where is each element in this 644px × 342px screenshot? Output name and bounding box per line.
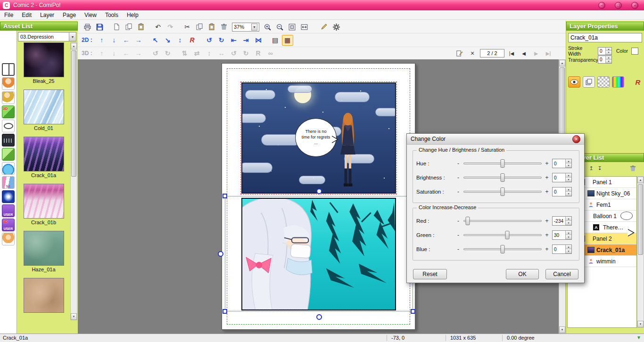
rotation-handle-top[interactable]	[316, 188, 322, 194]
pose-joint6-button[interactable]: ↻	[240, 48, 252, 59]
slider-thumb[interactable]	[501, 173, 505, 182]
delete-page-button[interactable]: ×	[467, 48, 478, 59]
blue-slider[interactable]	[463, 248, 542, 250]
stroke-width-stepper[interactable]: 0 ▲ ▼	[598, 47, 612, 55]
link-pose-button[interactable]: ∞	[265, 48, 276, 59]
menu-tools[interactable]: Tools	[101, 11, 123, 19]
asset-item[interactable]: Crack_01a	[17, 137, 70, 179]
asset-item[interactable]	[17, 278, 70, 320]
layer-list-scrollbar[interactable]: ▲ ▼	[637, 176, 644, 328]
save-button[interactable]	[94, 22, 105, 33]
scroll-down-icon[interactable]: ▼	[71, 313, 77, 320]
character-fem1[interactable]	[335, 112, 361, 187]
copy-button[interactable]	[194, 22, 205, 33]
layer-move-up-button[interactable]: ↥	[587, 164, 595, 172]
print-setup-button[interactable]	[135, 22, 147, 33]
pose-joint3-button[interactable]: ↕	[204, 48, 215, 59]
effect-drop-tool-icon[interactable]	[2, 162, 15, 175]
grid-snap-button[interactable]: ▦	[282, 35, 293, 46]
duplicate-page-button[interactable]	[123, 22, 134, 33]
fit-page-button[interactable]	[286, 22, 297, 33]
scroll-up-icon[interactable]: ▲	[71, 43, 77, 49]
move-down-3d-button[interactable]: ↓	[108, 48, 120, 59]
scale-downright-button[interactable]: ↘	[162, 35, 173, 46]
speech-balloon[interactable]: There is no time for regrets ...	[295, 118, 337, 157]
next-page-button[interactable]: ▶	[531, 48, 541, 59]
stroke-color-swatch[interactable]	[631, 48, 638, 55]
layer-name-input[interactable]	[568, 33, 642, 42]
list-view-button[interactable]: ▤	[270, 35, 281, 46]
move-up-button[interactable]: ↑	[96, 35, 107, 46]
character-face-tool-icon[interactable]	[2, 233, 15, 245]
stepper-down-icon[interactable]: ▼	[566, 178, 571, 182]
slider-thumb[interactable]	[501, 159, 505, 168]
asset-item[interactable]: Crack_01b	[17, 184, 70, 226]
asset-thumbnail[interactable]	[24, 184, 64, 219]
move-right-3d-button[interactable]: →	[133, 48, 144, 59]
rotate-cw-3d-button[interactable]: ↻	[162, 48, 173, 59]
hue-slider[interactable]	[463, 163, 542, 164]
pose-joint2-button[interactable]: ⇄	[191, 48, 203, 59]
stepper-down-icon[interactable]: ▼	[566, 163, 571, 168]
scroll-down-icon[interactable]: ▼	[559, 326, 565, 333]
asset-item[interactable]: Haze_01a	[17, 231, 70, 273]
menu-layer[interactable]: Layer	[36, 11, 58, 19]
stepper-up-icon[interactable]: ▲	[566, 159, 571, 163]
scale-vertical-button[interactable]: ↕	[174, 35, 186, 46]
saturation-stepper[interactable]: 0 ▲▼	[552, 187, 572, 196]
balloon-tool-icon[interactable]	[2, 120, 15, 132]
ok-button[interactable]: OK	[506, 269, 539, 279]
menu-help[interactable]: Help	[123, 11, 143, 19]
stepper-up-icon[interactable]: ▲	[566, 217, 571, 221]
scroll-thumb[interactable]	[71, 50, 76, 177]
stepper-up-icon[interactable]: ▲	[566, 245, 571, 249]
stepper-down-icon[interactable]: ▼	[566, 249, 571, 253]
zoom-in-button[interactable]	[262, 22, 273, 33]
move-down-button[interactable]: ↓	[108, 35, 120, 46]
selection-handle-bl[interactable]	[223, 309, 227, 314]
red-slider[interactable]	[463, 220, 542, 222]
asset-category-select[interactable]: 03.Depression ▼	[18, 32, 76, 41]
stepper-down-icon[interactable]: ▼	[606, 51, 611, 55]
align-left-button[interactable]: ⇤	[228, 35, 239, 46]
saturation-slider[interactable]	[463, 191, 542, 193]
asset-thumbnail[interactable]	[24, 90, 64, 124]
edit-page-button[interactable]	[454, 48, 465, 59]
user-2d-tool-icon[interactable]: USER	[2, 204, 15, 217]
rotation-handle-left[interactable]	[218, 251, 223, 257]
comic-panel-1[interactable]: There is no time for regrets ...	[241, 82, 396, 194]
item-3d-tool-icon[interactable]: 3D	[2, 106, 15, 118]
settings-button[interactable]	[330, 22, 342, 33]
red-stepper[interactable]: -234 ▲▼	[552, 216, 572, 226]
rotate-ccw-button[interactable]: ↺	[204, 35, 215, 46]
selection-handle-tl[interactable]	[223, 194, 227, 198]
visibility-button[interactable]	[568, 76, 580, 88]
pose-tool-icon[interactable]	[2, 91, 15, 104]
pose-joint1-button[interactable]: ⇅	[179, 48, 190, 59]
asset-item[interactable]: Bleak_25	[17, 42, 70, 85]
asset-thumbnail[interactable]	[24, 137, 64, 171]
asset-item[interactable]: Cold_01	[17, 90, 70, 132]
sound-effect-tool-icon[interactable]: SE	[2, 176, 15, 189]
prev-page-button[interactable]: ◀	[519, 48, 529, 59]
scroll-thumb[interactable]	[638, 184, 643, 255]
pose-joint5-button[interactable]: ↺	[228, 48, 239, 59]
align-right-button[interactable]: ⇥	[240, 35, 252, 46]
rotate-cw-button[interactable]: ↻	[216, 35, 227, 46]
category-dropdown-icon[interactable]: ▼	[69, 33, 76, 41]
reset-button[interactable]: Reset	[413, 269, 447, 279]
move-left-3d-button[interactable]: ←	[121, 48, 132, 59]
menu-edit[interactable]: Edit	[17, 11, 36, 19]
close-window-button[interactable]: ×	[631, 2, 638, 9]
asset-thumbnail[interactable]	[24, 42, 64, 77]
character-tool-icon[interactable]	[2, 77, 15, 90]
hue-stepper[interactable]: 0 ▲▼	[552, 159, 572, 168]
dialog-close-button[interactable]: ×	[572, 135, 580, 143]
panel-tool-icon[interactable]	[2, 63, 15, 76]
selection-handle-br[interactable]	[411, 309, 415, 314]
green-slider[interactable]	[463, 234, 542, 236]
gradient-button[interactable]	[612, 76, 624, 88]
stepper-up-icon[interactable]: ▲	[566, 231, 571, 235]
text-tool-icon[interactable]	[2, 134, 15, 147]
fit-width-button[interactable]	[298, 22, 310, 33]
